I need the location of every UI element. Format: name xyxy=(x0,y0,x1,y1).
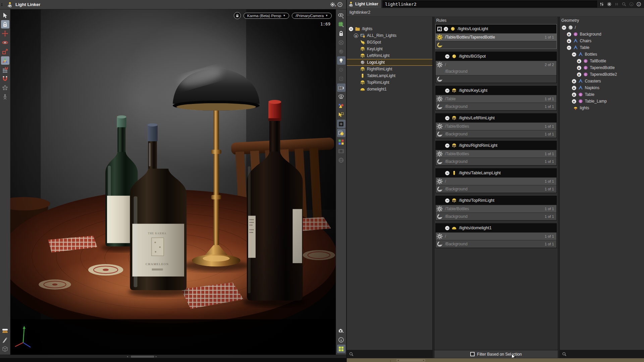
quad-view-icon[interactable] xyxy=(337,345,345,353)
exclude-crescent-icon[interactable] xyxy=(436,186,443,192)
light-item-bgspot[interactable]: BGSpot xyxy=(347,39,432,46)
rule-include-row[interactable]: /Table/Bottles1 of 1 xyxy=(436,150,556,158)
rule-card-header[interactable]: −/lights/BGSpot xyxy=(436,52,556,61)
remove-rule-button[interactable]: − xyxy=(445,226,449,230)
filter-selection-checkbox[interactable] xyxy=(470,352,475,356)
rule-exclude-row[interactable]: /Background1 of 1 xyxy=(436,240,556,248)
remove-rule-button[interactable]: − xyxy=(445,116,449,120)
secure-selection-lock-icon[interactable] xyxy=(1,20,9,28)
tab-light-linker[interactable]: Light Linker xyxy=(347,0,381,8)
scroll-left-icon[interactable]: ◂ xyxy=(127,356,128,358)
view-adjust-icon[interactable] xyxy=(337,11,345,19)
rule-card-lights-keylight[interactable]: −/lights/KeyLight/Table1 of 1/Background… xyxy=(435,86,556,111)
display-options-icon[interactable] xyxy=(337,138,345,146)
geo-item-table[interactable]: +CTable xyxy=(560,91,644,98)
include-sunburst-icon[interactable] xyxy=(436,178,443,185)
normal-lighting-icon[interactable] xyxy=(337,65,345,74)
expander-icon[interactable]: + xyxy=(572,86,576,90)
rule-card-header[interactable]: −/lights/LeftRimLight xyxy=(436,114,556,122)
expander-icon[interactable]: + xyxy=(572,79,576,83)
rule-card-lights-rightrimlight[interactable]: −/lights/RightRimLight/Table/Bottles1 of… xyxy=(435,141,556,166)
expander-icon[interactable]: − xyxy=(572,52,576,57)
rule-card-header[interactable]: ✓−/lights/LogoLight xyxy=(436,24,556,33)
renderer-selector[interactable]: Karma (Beta) Persp ▼ xyxy=(244,13,289,19)
include-sunburst-icon[interactable] xyxy=(436,150,443,157)
geo-item-taperedbottle[interactable]: +CTaperedBottle xyxy=(560,64,644,71)
rule-exclude-row[interactable]: /Background1 of 1 xyxy=(436,185,556,193)
rule-exclude-row[interactable] xyxy=(436,75,556,83)
expander-icon[interactable]: + xyxy=(567,39,571,43)
high-quality-lighting-icon[interactable] xyxy=(337,74,345,83)
remove-rule-button[interactable]: − xyxy=(445,143,449,148)
light-item-toprimlight[interactable]: TopRimLight xyxy=(347,79,432,86)
pane-splitter-gutter[interactable]: ▲▼ xyxy=(1,0,4,9)
include-sunburst-icon[interactable] xyxy=(436,123,443,130)
camera-lock-icon[interactable] xyxy=(337,29,345,38)
expander-icon[interactable]: − xyxy=(562,25,566,30)
rule-include-row[interactable]: /Table/Bottles1 of 1 xyxy=(436,205,556,213)
cache-cube-icon[interactable] xyxy=(1,345,9,353)
camera-lock-button[interactable] xyxy=(234,12,241,19)
rule-include-row[interactable]: /1 of 1 xyxy=(436,232,556,240)
expander-icon[interactable]: + xyxy=(577,66,581,70)
rule-exclude-row[interactable] xyxy=(436,41,556,49)
geometry-search-input[interactable] xyxy=(569,351,642,357)
expander-icon[interactable]: + xyxy=(354,34,358,38)
annotate-hand-icon[interactable] xyxy=(1,336,9,344)
rule-card-header[interactable]: −/lights/TableLampLight xyxy=(436,169,556,177)
magnet-snap-icon[interactable] xyxy=(1,74,9,83)
geo-item-table[interactable]: −Table xyxy=(560,44,644,51)
rotate-tool-icon[interactable] xyxy=(1,38,9,47)
rule-include-row[interactable]: //Background2 of 2 xyxy=(436,61,556,75)
expander-icon[interactable]: + xyxy=(572,99,576,104)
shadows-icon[interactable] xyxy=(337,93,345,101)
render-region-icon[interactable] xyxy=(337,147,345,155)
translate-tool-icon[interactable] xyxy=(1,29,9,38)
info-icon[interactable] xyxy=(337,336,345,344)
info-icon[interactable] xyxy=(628,1,635,7)
rule-card-header[interactable]: −/lights/RightRimLight xyxy=(436,141,556,150)
rule-include-row[interactable]: /Table/Bottles1 of 1 xyxy=(436,122,556,130)
rule-card-lights-tablelamplight[interactable]: −/lights/TableLampLight/1 of 1/Backgroun… xyxy=(435,168,556,193)
exclude-crescent-icon[interactable] xyxy=(436,241,443,247)
scroll-right-icon[interactable]: ▸ xyxy=(156,356,157,358)
lights-search-input[interactable] xyxy=(356,351,430,357)
houdini-logo-icon[interactable]: H xyxy=(613,1,620,7)
material-preview-icon[interactable] xyxy=(337,129,345,137)
expander-icon[interactable]: + xyxy=(577,59,581,63)
include-sunburst-icon[interactable] xyxy=(436,61,443,68)
xray-icon[interactable] xyxy=(337,120,345,128)
help-icon[interactable]: ? xyxy=(635,1,642,7)
scale-tool-icon[interactable] xyxy=(1,47,9,56)
geo-item-taperedbottle2[interactable]: +CTaperedBottle2 xyxy=(560,71,644,78)
scroll-right-icon[interactable]: ▸ xyxy=(423,359,424,362)
search-icon[interactable] xyxy=(621,1,627,7)
include-sunburst-icon[interactable] xyxy=(436,34,443,41)
geo-item-background[interactable]: +CBackground xyxy=(560,31,644,38)
expander-icon[interactable]: − xyxy=(349,27,353,31)
exclude-crescent-icon[interactable] xyxy=(436,103,443,110)
include-sunburst-icon[interactable] xyxy=(436,96,443,102)
display-objects-icon[interactable] xyxy=(337,102,345,110)
rule-exclude-row[interactable]: /Background1 of 1 xyxy=(436,158,556,165)
help-icon[interactable]: ? xyxy=(336,1,343,8)
include-sunburst-icon[interactable] xyxy=(436,205,443,212)
rule-include-row[interactable]: /Table/Bottles/TaperedBottle1 of 1 xyxy=(436,33,556,41)
rule-exclude-row[interactable]: /Background1 of 1 xyxy=(436,103,556,110)
camera-selector[interactable]: /PrimaryCamera ▼ xyxy=(292,13,332,19)
exclude-crescent-icon[interactable] xyxy=(436,158,443,165)
exclude-crescent-icon[interactable] xyxy=(436,42,443,48)
headlight-icon[interactable] xyxy=(337,56,345,65)
light-item-lights[interactable]: −/lights xyxy=(347,25,432,32)
remove-rule-button[interactable]: − xyxy=(445,88,449,93)
scroll-left-icon[interactable]: ◂ xyxy=(397,359,399,362)
camera-view-icon[interactable] xyxy=(337,83,345,92)
orient-picking-icon[interactable] xyxy=(1,83,9,92)
rule-card-lights-domelight1[interactable]: −/lights/domelight1/1 of 1/Background1 o… xyxy=(435,223,556,248)
gear-menu-icon[interactable] xyxy=(606,1,612,7)
select-tool-icon[interactable] xyxy=(1,11,9,19)
geo-item-bottles[interactable]: −Bottles xyxy=(560,51,644,58)
rule-include-row[interactable]: /Table1 of 1 xyxy=(436,95,556,103)
geo-item-[interactable]: −/ xyxy=(560,24,644,31)
geo-item-table-lamp[interactable]: +CTable_Lamp xyxy=(560,98,644,105)
